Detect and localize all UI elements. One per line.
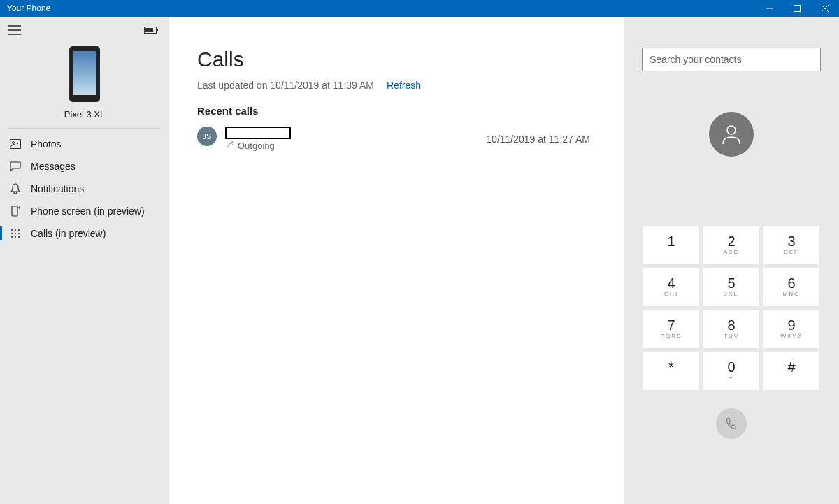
refresh-link[interactable]: Refresh: [387, 80, 421, 91]
caller-name-redacted: [225, 127, 291, 139]
svg-rect-9: [12, 206, 17, 216]
sidebar-nav: Photos Messages Notifications Phone scre…: [0, 133, 169, 245]
call-direction: Outgoing: [225, 141, 291, 151]
key-7[interactable]: 7PQRS: [643, 310, 699, 348]
sidebar-item-phone-screen[interactable]: Phone screen (in preview): [0, 200, 169, 222]
bell-icon: [10, 183, 21, 194]
sidebar-item-label: Notifications: [31, 183, 84, 194]
sidebar-item-messages[interactable]: Messages: [0, 155, 169, 178]
messages-icon: [10, 161, 21, 172]
svg-point-16: [11, 236, 13, 238]
person-icon: [719, 122, 744, 147]
app-title: Your Phone: [7, 3, 50, 13]
dialer-pane: 1 2ABC 3DEF 4GHI 5JKL 6MNO 7PQRS 8TUV 9W…: [624, 17, 839, 504]
svg-point-18: [18, 236, 20, 238]
key-1[interactable]: 1: [643, 226, 699, 264]
battery-icon: [144, 27, 158, 34]
svg-rect-1: [794, 6, 801, 12]
recent-calls-heading: Recent calls: [197, 105, 596, 117]
phone-screen-icon: [10, 206, 21, 217]
svg-point-8: [13, 142, 15, 144]
maximize-button[interactable]: [783, 0, 811, 17]
minimize-button[interactable]: [755, 0, 783, 17]
key-4[interactable]: 4GHI: [643, 268, 699, 306]
close-button[interactable]: [811, 0, 839, 17]
key-0[interactable]: 0+: [703, 352, 759, 390]
window-controls: [755, 0, 839, 17]
svg-rect-6: [145, 28, 153, 32]
key-2[interactable]: 2ABC: [703, 226, 759, 264]
updated-row: Last updated on 10/11/2019 at 11:39 AM R…: [197, 80, 596, 91]
dial-button[interactable]: [716, 408, 747, 439]
app-body: Pixel 3 XL Photos Messages Notifications: [0, 17, 839, 504]
contacts-search-input[interactable]: [642, 48, 821, 71]
key-5[interactable]: 5JKL: [703, 268, 759, 306]
key-hash[interactable]: #: [763, 352, 819, 390]
sidebar-item-label: Photos: [31, 138, 62, 150]
key-9[interactable]: 9WXYZ: [763, 310, 819, 348]
svg-point-13: [11, 233, 13, 234]
phone-illustration: [69, 46, 100, 102]
key-8[interactable]: 8TUV: [703, 310, 759, 348]
device-name: Pixel 3 XL: [64, 109, 106, 120]
hamburger-icon[interactable]: [8, 25, 21, 35]
svg-point-12: [18, 229, 20, 231]
key-6[interactable]: 6MNO: [763, 268, 819, 306]
call-row[interactable]: JS Outgoing 10/11/2019 at 11:27 AM: [197, 125, 596, 152]
phone-icon: [724, 417, 738, 431]
key-star[interactable]: *: [643, 352, 699, 390]
sidebar-item-label: Messages: [31, 161, 76, 172]
svg-point-15: [18, 233, 20, 234]
device-block: Pixel 3 XL: [8, 38, 161, 129]
svg-point-17: [15, 236, 16, 238]
sidebar-top: [0, 22, 169, 38]
contact-placeholder-avatar: [709, 112, 754, 157]
svg-rect-5: [157, 29, 158, 31]
key-3[interactable]: 3DEF: [763, 226, 819, 264]
call-direction-label: Outgoing: [238, 141, 275, 151]
dialpad-icon: [10, 228, 21, 239]
sidebar-item-calls[interactable]: Calls (in preview): [0, 222, 169, 245]
photos-icon: [10, 138, 21, 150]
sidebar-item-photos[interactable]: Photos: [0, 133, 169, 155]
page-title: Calls: [197, 48, 596, 71]
sidebar-item-notifications[interactable]: Notifications: [0, 178, 169, 200]
outgoing-icon: [225, 141, 234, 151]
svg-point-14: [15, 233, 16, 234]
dialer-keypad: 1 2ABC 3DEF 4GHI 5JKL 6MNO 7PQRS 8TUV 9W…: [643, 226, 819, 390]
svg-point-10: [11, 229, 13, 231]
sidebar-item-label: Calls (in preview): [31, 228, 106, 239]
call-details: Outgoing: [225, 127, 291, 151]
svg-point-19: [727, 126, 736, 134]
call-timestamp: 10/11/2019 at 11:27 AM: [486, 134, 596, 145]
sidebar: Pixel 3 XL Photos Messages Notifications: [0, 17, 169, 504]
svg-point-11: [15, 229, 16, 231]
titlebar: Your Phone: [0, 0, 839, 17]
main-content: Calls Last updated on 10/11/2019 at 11:3…: [169, 17, 624, 504]
last-updated-text: Last updated on 10/11/2019 at 11:39 AM: [197, 80, 374, 91]
caller-avatar: JS: [197, 127, 217, 146]
svg-rect-7: [10, 140, 21, 149]
sidebar-item-label: Phone screen (in preview): [31, 206, 145, 217]
